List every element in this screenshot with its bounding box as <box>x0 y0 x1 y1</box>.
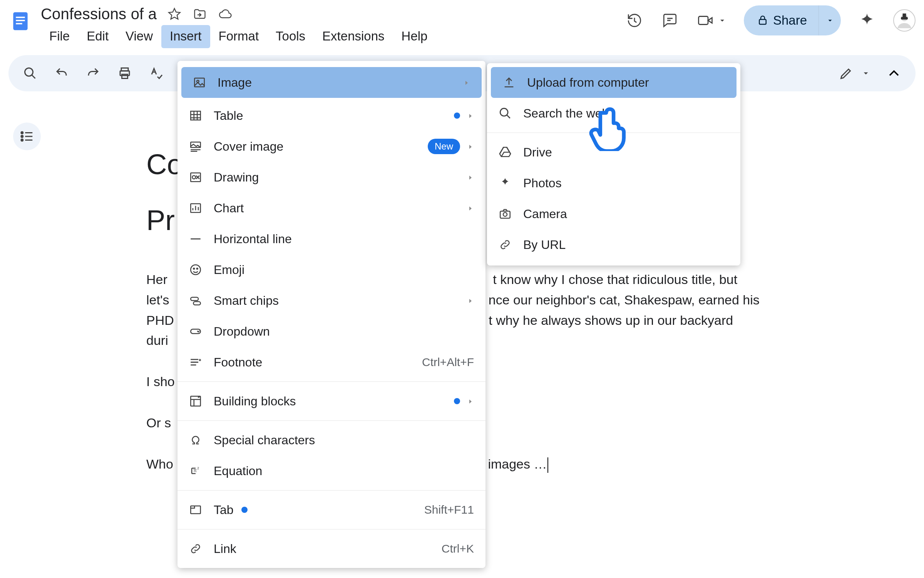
submenu-camera[interactable]: Camera <box>487 198 740 229</box>
video-call-icon[interactable] <box>696 11 715 30</box>
drawing-icon <box>187 169 204 185</box>
menu-item-label: By URL <box>523 238 566 252</box>
menu-extensions[interactable]: Extensions <box>314 25 393 48</box>
menu-divider <box>177 490 485 491</box>
svg-rect-8 <box>901 17 908 20</box>
doc-text-fragment: let's <box>146 292 169 307</box>
star-icon[interactable] <box>167 7 182 22</box>
menu-item-emoji[interactable]: Emoji <box>177 254 485 285</box>
undo-icon[interactable] <box>53 65 70 82</box>
svg-text:2: 2 <box>197 466 199 470</box>
menu-item-building-blocks[interactable]: Building blocks <box>177 386 485 417</box>
search-icon[interactable] <box>22 65 38 82</box>
horizontal-line-icon <box>187 231 204 247</box>
submenu-arrow-icon <box>467 294 474 307</box>
menu-item-link[interactable]: Link Ctrl+K <box>177 533 485 564</box>
redo-icon[interactable] <box>85 65 102 82</box>
account-avatar[interactable] <box>893 9 916 32</box>
svg-rect-9 <box>903 13 906 17</box>
menu-view[interactable]: View <box>117 25 161 48</box>
menu-item-chart[interactable]: Chart <box>177 193 485 223</box>
submenu-by-url[interactable]: By URL <box>487 229 740 260</box>
new-indicator-dot <box>454 113 460 119</box>
outline-toggle-icon[interactable] <box>13 123 41 150</box>
doc-text-fragment: PHD <box>146 313 174 328</box>
move-folder-icon[interactable] <box>192 7 208 22</box>
camera-icon <box>497 206 513 222</box>
svg-rect-2 <box>16 20 25 22</box>
menu-item-horizontal-line[interactable]: Horizontal line <box>177 223 485 254</box>
title-area: Confessions of a File Edit View Insert F… <box>41 5 436 48</box>
submenu-arrow-icon <box>467 109 474 122</box>
insert-menu: Image Table Cover image New Drawing Char… <box>177 61 485 568</box>
menu-insert[interactable]: Insert <box>161 25 210 48</box>
collapse-toolbar-icon[interactable] <box>886 65 902 82</box>
submenu-arrow-icon <box>467 140 474 153</box>
new-indicator-dot <box>454 398 460 404</box>
tab-icon <box>187 502 204 518</box>
editing-mode-icon[interactable] <box>838 65 855 82</box>
menu-item-equation[interactable]: π2 Equation <box>177 455 485 486</box>
doc-text-fragment: nce our neighbor's cat, Shakespaw, earne… <box>489 292 760 307</box>
menu-tools[interactable]: Tools <box>267 25 314 48</box>
menu-item-special-characters[interactable]: Special characters <box>177 425 485 455</box>
menu-file[interactable]: File <box>41 25 78 48</box>
upload-icon <box>501 74 517 91</box>
menu-item-drawing[interactable]: Drawing <box>177 162 485 193</box>
menu-item-image[interactable]: Image <box>181 67 482 98</box>
submenu-photos[interactable]: Photos <box>487 168 740 198</box>
smart-chips-icon <box>187 292 204 309</box>
search-icon <box>497 105 513 121</box>
menu-edit[interactable]: Edit <box>78 25 117 48</box>
menu-item-label: Upload from computer <box>527 76 649 90</box>
print-icon[interactable] <box>116 65 133 82</box>
menu-item-label: Link <box>214 542 236 556</box>
cover-image-icon <box>187 138 204 155</box>
video-dropdown-icon[interactable] <box>718 11 727 30</box>
image-icon <box>191 74 208 91</box>
menu-help[interactable]: Help <box>393 25 436 48</box>
svg-point-16 <box>21 139 23 141</box>
new-badge: New <box>428 139 460 154</box>
menu-format[interactable]: Format <box>210 25 268 48</box>
svg-point-24 <box>191 265 201 275</box>
menu-item-dropdown[interactable]: Dropdown <box>177 316 485 347</box>
table-icon <box>187 108 204 124</box>
menu-item-cover-image[interactable]: Cover image New <box>177 131 485 162</box>
share-button[interactable]: Share <box>744 5 841 35</box>
menu-item-label: Photos <box>523 176 562 190</box>
menu-item-label: Footnote <box>214 355 262 370</box>
share-label: Share <box>773 13 807 28</box>
share-dropdown-icon[interactable] <box>819 5 841 35</box>
text-caret <box>547 457 548 473</box>
svg-point-14 <box>21 132 23 134</box>
history-icon[interactable] <box>625 11 644 30</box>
svg-rect-27 <box>191 297 198 301</box>
menu-item-tab[interactable]: Tab Shift+F11 <box>177 494 485 525</box>
gemini-star-icon[interactable] <box>858 11 876 30</box>
submenu-arrow-icon <box>467 395 474 408</box>
submenu-upload-from-computer[interactable]: Upload from computer <box>491 67 737 98</box>
svg-text:π: π <box>193 467 197 473</box>
svg-point-34 <box>500 108 508 116</box>
menu-item-smart-chips[interactable]: Smart chips <box>177 285 485 316</box>
photos-icon <box>497 175 513 191</box>
spellcheck-icon[interactable] <box>148 65 165 82</box>
editing-mode-dropdown-icon[interactable] <box>861 65 871 82</box>
svg-rect-3 <box>16 23 22 25</box>
svg-point-26 <box>197 268 198 269</box>
menu-item-label: Horizontal line <box>214 232 292 246</box>
menu-item-table[interactable]: Table <box>177 100 485 131</box>
document-title[interactable]: Confessions of a <box>41 5 157 23</box>
comments-icon[interactable] <box>661 11 679 30</box>
menu-divider <box>177 381 485 382</box>
menu-shortcut: Ctrl+Alt+F <box>422 356 474 369</box>
header-right-actions: Share <box>625 5 916 35</box>
image-submenu: Upload from computer Search the web Driv… <box>487 63 740 265</box>
menu-item-footnote[interactable]: Footnote Ctrl+Alt+F <box>177 347 485 378</box>
menu-shortcut: Ctrl+K <box>442 542 474 555</box>
dropdown-icon <box>187 323 204 339</box>
menu-item-label: Emoji <box>214 263 244 277</box>
cloud-status-icon[interactable] <box>218 7 233 22</box>
docs-logo-icon[interactable] <box>8 5 32 37</box>
